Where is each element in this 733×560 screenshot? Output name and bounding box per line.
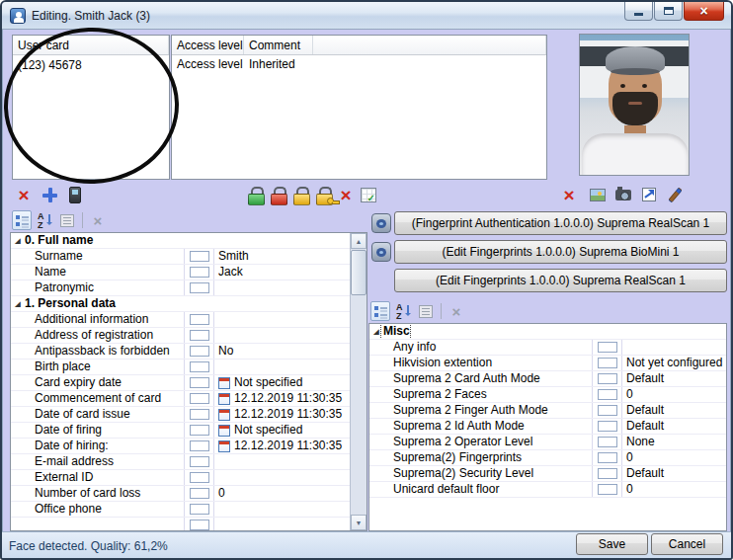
expand-collapse-icon[interactable]: ◢ — [369, 324, 381, 339]
property-flag-cell[interactable] — [185, 407, 214, 422]
flag-box[interactable] — [598, 358, 617, 368]
flag-box[interactable] — [190, 346, 209, 357]
property-value[interactable]: 12.12.2019 11:30:35 — [214, 439, 350, 453]
fingerprint-authentication-button[interactable]: (Fingerprint Authentication 1.0.0.0) Sup… — [394, 211, 727, 235]
property-value[interactable] — [214, 328, 350, 343]
save-button[interactable]: Save — [576, 533, 648, 555]
property-value[interactable] — [214, 280, 350, 295]
property-flag-cell[interactable] — [593, 387, 622, 402]
property-value[interactable]: Default — [622, 466, 726, 481]
property-row[interactable]: E-mail address — [11, 454, 350, 470]
resize-photo-button[interactable] — [638, 184, 660, 205]
minimize-button[interactable] — [624, 2, 653, 21]
property-row[interactable]: Number of card loss0 — [11, 486, 350, 502]
property-flag-cell[interactable] — [185, 518, 214, 530]
property-row[interactable]: Unicard default floor0 — [369, 482, 726, 498]
property-value[interactable] — [214, 518, 350, 530]
property-value[interactable] — [214, 360, 350, 374]
access-level-row[interactable]: Access level 1 Inherited — [172, 55, 546, 73]
property-flag-cell[interactable] — [185, 312, 214, 327]
flag-box[interactable] — [190, 267, 209, 278]
delete-card-button[interactable]: × — [13, 184, 35, 205]
flag-box[interactable] — [190, 330, 209, 341]
property-flag-cell[interactable] — [185, 454, 214, 469]
property-row[interactable]: Patronymic — [11, 280, 350, 296]
property-value[interactable]: Default — [622, 419, 726, 434]
property-value[interactable]: 0 — [622, 387, 726, 402]
property-flag-cell[interactable] — [593, 419, 622, 434]
property-row[interactable]: Date of card issue12.12.2019 11:30:35 — [11, 407, 350, 423]
flag-box[interactable] — [190, 393, 209, 404]
property-flag-cell[interactable] — [185, 486, 214, 501]
vertical-scrollbar[interactable]: ▲ ▼ — [350, 233, 366, 530]
property-flag-cell[interactable] — [185, 439, 214, 453]
property-flag-cell[interactable] — [185, 344, 214, 359]
flag-box[interactable] — [598, 452, 617, 463]
flag-box[interactable] — [190, 377, 209, 388]
property-value[interactable]: Not specified — [214, 375, 350, 390]
capture-photo-button[interactable] — [612, 184, 634, 205]
property-row[interactable]: Hikvision extentionNot yet configured — [369, 356, 726, 371]
sort-alphabetical-button[interactable] — [393, 301, 413, 321]
flag-box[interactable] — [190, 440, 209, 451]
property-value[interactable]: Not yet configured — [622, 356, 726, 370]
flag-box[interactable] — [190, 425, 209, 436]
paint-photo-button[interactable] — [664, 184, 686, 205]
property-row[interactable]: Office phone — [11, 502, 350, 518]
property-row[interactable]: Suprema 2 Faces0 — [369, 387, 726, 403]
lock-red-button[interactable] — [267, 184, 288, 205]
property-flag-cell[interactable] — [185, 265, 214, 280]
clear-property-button[interactable]: × — [447, 301, 466, 321]
flag-box[interactable] — [190, 251, 209, 262]
flag-box[interactable] — [598, 468, 617, 479]
property-flag-cell[interactable] — [593, 482, 622, 497]
lock-green-button[interactable] — [244, 184, 266, 205]
property-row[interactable]: Additional information — [11, 312, 350, 328]
property-flag-cell[interactable] — [185, 249, 214, 264]
property-value[interactable]: 0 — [214, 486, 350, 501]
property-row[interactable]: Suprema 2 Finger Auth ModeDefault — [369, 403, 726, 419]
property-category-row[interactable]: ◢0. Full name — [11, 233, 350, 249]
scroll-up-button[interactable]: ▲ — [351, 233, 366, 249]
scrollbar-thumb[interactable] — [351, 250, 366, 295]
read-card-button[interactable] — [64, 184, 86, 205]
expand-collapse-icon[interactable]: ◢ — [11, 296, 23, 311]
property-flag-cell[interactable] — [185, 391, 214, 406]
property-pages-button[interactable] — [416, 301, 436, 321]
add-card-button[interactable] — [39, 184, 60, 205]
load-photo-button[interactable] — [587, 184, 609, 205]
property-flag-cell[interactable] — [593, 450, 622, 465]
property-row[interactable]: Any info — [369, 340, 726, 356]
cancel-button[interactable]: Cancel — [651, 533, 723, 555]
property-flag-cell[interactable] — [593, 403, 622, 418]
property-value[interactable]: Default — [622, 403, 726, 418]
property-flag-cell[interactable] — [185, 280, 214, 295]
flag-box[interactable] — [598, 389, 617, 400]
property-value[interactable]: 0 — [622, 450, 726, 465]
flag-box[interactable] — [598, 342, 617, 353]
maximize-button[interactable] — [654, 2, 683, 21]
property-flag-cell[interactable] — [185, 470, 214, 485]
property-row[interactable]: Suprema 2 Operator LevelNone — [369, 435, 726, 450]
property-value[interactable] — [214, 470, 350, 485]
flag-box[interactable] — [190, 472, 209, 483]
lock-key-button[interactable] — [312, 184, 334, 205]
edit-fingerprints-realscan-button[interactable]: (Edit Fingerprints 1.0.0.0) Suprema Real… — [394, 269, 727, 292]
property-flag-cell[interactable] — [593, 340, 622, 355]
property-flag-cell[interactable] — [185, 423, 214, 438]
property-row[interactable]: Date of hiring:12.12.2019 11:30:35 — [11, 439, 350, 454]
sort-alphabetical-button[interactable] — [35, 210, 54, 230]
property-value[interactable]: No — [214, 344, 350, 359]
property-value[interactable]: 12.12.2019 11:30:35 — [214, 407, 350, 422]
property-row[interactable] — [11, 518, 350, 530]
property-flag-cell[interactable] — [593, 466, 622, 481]
flag-box[interactable] — [598, 484, 617, 495]
clear-property-button[interactable]: × — [88, 210, 108, 230]
property-row[interactable]: Date of firingNot specified — [11, 423, 350, 439]
categorized-view-button[interactable] — [12, 210, 32, 230]
flag-box[interactable] — [190, 520, 209, 530]
titlebar[interactable]: Editing. Smith Jack (3) × — [2, 2, 731, 30]
property-category-row[interactable]: ◢Misc — [369, 324, 726, 340]
comment-column-header[interactable]: Comment — [244, 36, 313, 54]
property-value[interactable]: Not specified — [214, 423, 350, 438]
